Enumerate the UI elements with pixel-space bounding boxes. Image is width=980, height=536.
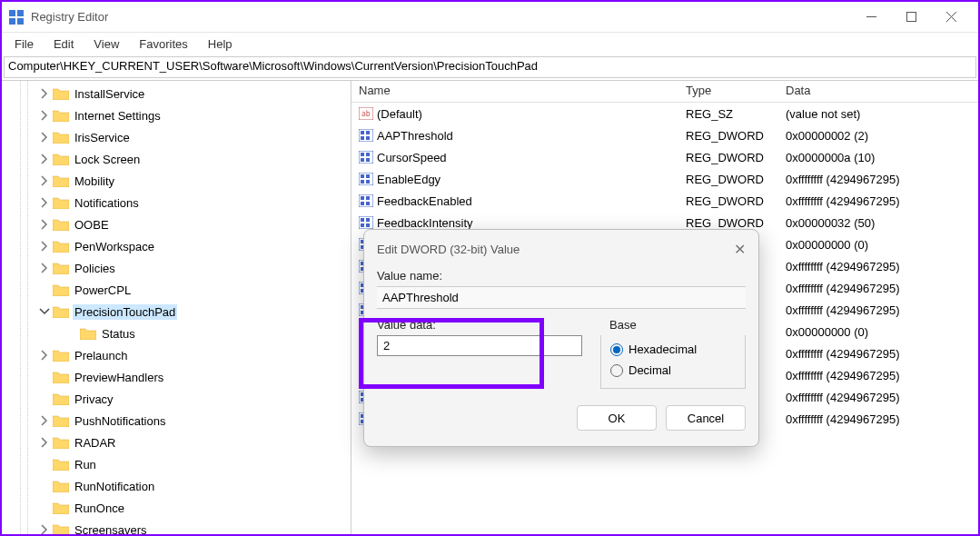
ok-button[interactable]: OK <box>577 405 657 431</box>
tree-label: PushNotifications <box>73 413 167 429</box>
tree-item[interactable]: OOBE <box>2 213 351 235</box>
value-data: 0xffffffff (4294967295) <box>778 344 978 363</box>
base-label: Base <box>609 318 746 332</box>
expander-icon[interactable] <box>38 263 51 273</box>
value-name: (Default) <box>377 107 422 121</box>
radio-hex-icon <box>610 343 623 356</box>
expander-icon[interactable] <box>38 197 51 208</box>
reg-dw-icon <box>359 129 373 142</box>
tree-item[interactable]: PreviewHandlers <box>2 366 351 388</box>
tree-item[interactable]: InstallService <box>2 83 351 104</box>
tree-item[interactable]: Screensavers <box>2 519 351 534</box>
window-title: Registry Editor <box>31 10 851 24</box>
radio-hexadecimal[interactable]: Hexadecimal <box>610 342 736 356</box>
value-data-input[interactable] <box>377 335 582 356</box>
close-button[interactable] <box>931 4 971 31</box>
reg-dw-icon <box>359 173 373 185</box>
reg-dw-icon <box>359 216 373 229</box>
value-name: FeedbackIntensity <box>377 216 473 230</box>
tree-item[interactable]: Mobility <box>2 170 351 192</box>
value-type: REG_SZ <box>678 104 778 124</box>
maximize-button[interactable] <box>891 4 931 31</box>
expander-icon[interactable] <box>38 415 51 426</box>
menu-help[interactable]: Help <box>199 35 242 54</box>
expander-icon[interactable] <box>38 110 51 121</box>
value-data: 0xffffffff (4294967295) <box>778 257 978 276</box>
tree-item[interactable]: Internet Settings <box>2 104 351 126</box>
edit-dword-dialog: Edit DWORD (32-bit) Value ✕ Value name: … <box>363 229 759 447</box>
col-header-type[interactable]: Type <box>678 81 778 102</box>
minimize-button[interactable] <box>851 4 891 31</box>
folder-icon <box>53 262 69 274</box>
value-row[interactable]: CursorSpeedREG_DWORD0x0000000a (10) <box>351 146 978 168</box>
menu-view[interactable]: View <box>84 35 128 54</box>
tree-item[interactable]: Status <box>2 323 351 344</box>
tree-label: PrecisionTouchPad <box>73 304 177 320</box>
tree-item[interactable]: PushNotifications <box>2 410 351 432</box>
tree-item[interactable]: Policies <box>2 257 351 279</box>
expander-icon[interactable] <box>38 306 51 317</box>
tree-panel[interactable]: InstallServiceInternet SettingsIrisServi… <box>2 81 351 534</box>
tree-label: Notifications <box>73 195 141 211</box>
expander-icon[interactable] <box>38 350 51 361</box>
folder-icon <box>53 523 69 534</box>
col-header-name[interactable]: Name <box>351 81 678 102</box>
expander-icon[interactable] <box>38 241 51 252</box>
value-data: 0xffffffff (4294967295) <box>778 366 978 385</box>
expander-icon[interactable] <box>38 219 51 230</box>
folder-icon <box>53 414 69 427</box>
tree-label: Mobility <box>73 174 116 189</box>
folder-icon <box>53 218 69 231</box>
tree-item[interactable]: Lock Screen <box>2 148 351 170</box>
dialog-close-button[interactable]: ✕ <box>734 241 746 258</box>
value-name: CursorSpeed <box>377 151 447 164</box>
value-data: 0xffffffff (4294967295) <box>778 279 978 298</box>
tree-label: Status <box>100 326 137 342</box>
tree-item[interactable]: Privacy <box>2 388 351 410</box>
expander-icon[interactable] <box>38 524 51 534</box>
tree-item[interactable]: Notifications <box>2 192 351 213</box>
value-data: 0x00000032 (50) <box>778 213 978 233</box>
value-name: AAPThreshold <box>377 129 453 143</box>
tree-label: Internet Settings <box>73 108 163 124</box>
window-controls <box>851 4 971 31</box>
tree-item[interactable]: RunOnce <box>2 497 351 519</box>
value-data: 0x00000002 (2) <box>778 126 978 145</box>
expander-icon[interactable] <box>38 132 51 143</box>
menu-favorites[interactable]: Favorites <box>130 35 196 54</box>
expander-icon[interactable] <box>38 175 51 186</box>
tree-item[interactable]: PrecisionTouchPad <box>2 301 351 323</box>
tree-label: RunOnce <box>73 501 126 516</box>
expander-icon[interactable] <box>38 437 51 448</box>
menu-file[interactable]: File <box>5 35 43 54</box>
folder-icon <box>80 327 96 340</box>
value-row[interactable]: EnableEdgyREG_DWORD0xffffffff (429496729… <box>351 168 978 190</box>
tree-item[interactable]: IrisService <box>2 126 351 148</box>
tree-item[interactable]: PenWorkspace <box>2 235 351 257</box>
col-header-data[interactable]: Data <box>778 81 978 102</box>
value-row[interactable]: AAPThresholdREG_DWORD0x00000002 (2) <box>351 124 978 146</box>
tree-label: RunNotification <box>73 479 156 494</box>
value-data: (value not set) <box>778 104 978 124</box>
tree-label: InstallService <box>73 86 146 102</box>
tree-item[interactable]: Prelaunch <box>2 344 351 366</box>
tree-item[interactable]: RADAR <box>2 432 351 453</box>
value-row[interactable]: (Default)REG_SZ(value not set) <box>351 103 978 124</box>
value-data: 0x00000000 (0) <box>778 323 978 342</box>
svg-rect-5 <box>906 13 916 22</box>
radio-decimal[interactable]: Decimal <box>610 363 736 377</box>
folder-icon <box>53 305 69 318</box>
address-bar[interactable]: Computer\HKEY_CURRENT_USER\Software\Micr… <box>4 56 976 78</box>
value-data: 0xffffffff (4294967295) <box>778 192 978 211</box>
expander-icon[interactable] <box>38 88 51 99</box>
value-type: REG_DWORD <box>678 126 778 145</box>
tree-item[interactable]: PowerCPL <box>2 279 351 301</box>
folder-icon <box>53 109 69 122</box>
expander-icon[interactable] <box>38 154 51 164</box>
menu-edit[interactable]: Edit <box>45 35 83 54</box>
tree-item[interactable]: Run <box>2 453 351 475</box>
folder-icon <box>53 392 69 405</box>
cancel-button[interactable]: Cancel <box>666 405 746 431</box>
tree-item[interactable]: RunNotification <box>2 475 351 497</box>
value-row[interactable]: FeedbackEnabledREG_DWORD0xffffffff (4294… <box>351 190 978 212</box>
